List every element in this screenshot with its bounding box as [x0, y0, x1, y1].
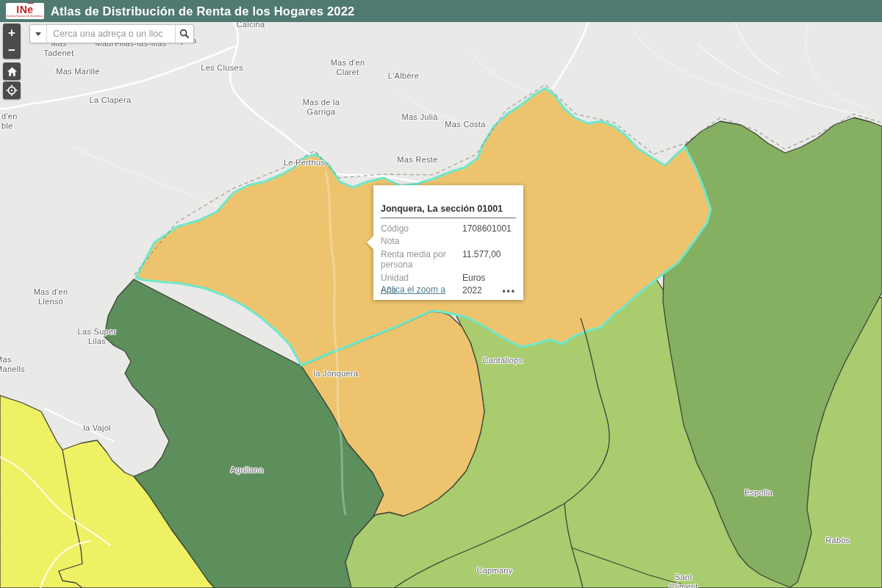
popup-footer: Aplica el zoom a ••• [373, 281, 523, 300]
popup-dock-button[interactable] [499, 189, 507, 196]
field-value: 11.577,00 [462, 249, 516, 270]
zoom-to-link[interactable]: Aplica el zoom a [381, 284, 445, 295]
search-bar [29, 24, 194, 43]
table-row: Renta media por persona 11.577,00 [373, 248, 523, 271]
field-value: 1708601001 [462, 223, 516, 234]
search-icon [179, 29, 190, 39]
zoom-in-button[interactable]: + [3, 24, 21, 41]
field-label: Código [381, 223, 462, 234]
dock-icon [499, 189, 507, 196]
home-button[interactable] [3, 62, 21, 80]
zoom-control: + − [3, 24, 21, 59]
home-icon [7, 66, 18, 77]
search-source-dropdown[interactable] [30, 25, 47, 43]
field-label: Renta media por persona [381, 249, 462, 270]
more-options-button[interactable]: ••• [502, 286, 516, 296]
table-row: Nota [373, 235, 523, 248]
ine-logo: INe Instituto Nacional de Estadística [6, 3, 44, 19]
field-value [462, 236, 516, 247]
ine-logo-subtext: Instituto Nacional de Estadística [7, 15, 43, 18]
search-button[interactable] [175, 25, 193, 43]
page-title: Atlas de Distribución de Renta de los Ho… [51, 4, 354, 18]
map-application: CalcinaMas TadenetMaureillas-las-Illasjo… [0, 0, 882, 588]
popup-close-button[interactable]: ✕ [512, 187, 519, 197]
table-row: Código 1708601001 [373, 222, 523, 235]
popup-pointer [367, 236, 373, 249]
zoom-out-button[interactable]: − [3, 41, 21, 59]
popup-title: Jonquera, La sección 01001 [373, 198, 523, 218]
search-input[interactable] [47, 25, 175, 43]
ine-logo-text: INe [16, 4, 33, 15]
locate-icon [6, 85, 18, 96]
locate-button[interactable] [3, 82, 21, 99]
chevron-down-icon [35, 32, 41, 36]
feature-popup: ✕ Jonquera, La sección 01001 Código 1708… [373, 185, 523, 300]
app-header: INe Instituto Nacional de Estadística At… [0, 0, 882, 22]
field-label: Nota [381, 236, 462, 247]
popup-header: ✕ [373, 185, 523, 198]
